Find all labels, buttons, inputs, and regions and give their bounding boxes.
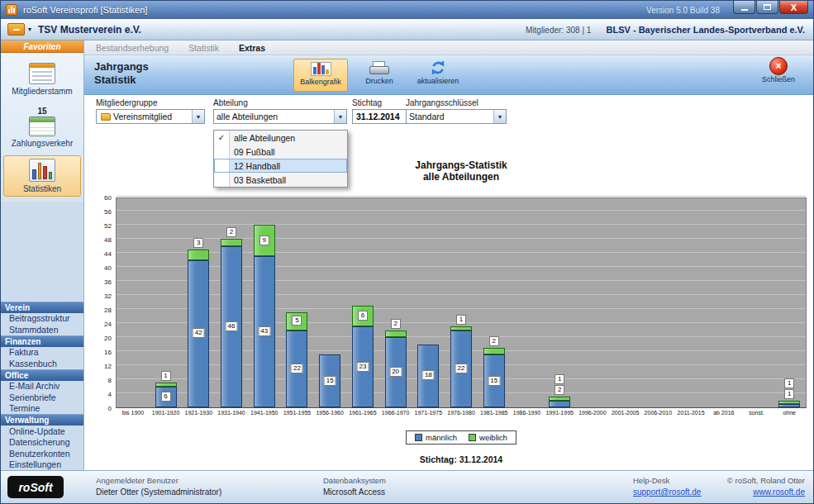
y-axis-label: 12 bbox=[104, 363, 112, 370]
y-axis-label: 4 bbox=[108, 391, 112, 398]
y-axis-label: 52 bbox=[104, 222, 112, 230]
stacked-bar bbox=[254, 225, 275, 407]
sidebar-item-statistiken[interactable]: Statistiken bbox=[3, 155, 81, 197]
stichtag-input[interactable]: 31.12.2014 bbox=[352, 109, 413, 124]
gridline bbox=[117, 224, 806, 225]
dropdown-option-label: 12 Handball bbox=[230, 161, 280, 171]
close-icon: × bbox=[769, 57, 788, 75]
website-link[interactable]: www.rosoft.de bbox=[727, 487, 805, 497]
drucken-button[interactable]: Drucken bbox=[357, 59, 402, 92]
refresh-icon bbox=[430, 59, 446, 76]
payments-icon bbox=[29, 116, 55, 136]
legend-weiblich-label: weiblich bbox=[479, 433, 507, 442]
sidebar-item-benutzerkonten[interactable]: Benutzerkonten bbox=[1, 448, 83, 459]
sidebar-item-einstellungen[interactable]: Einstellungen bbox=[1, 459, 83, 471]
statistics-icon bbox=[29, 159, 55, 182]
user-label: Angemeldeter Benutzer bbox=[96, 476, 221, 485]
bar-group-1956-1960: 151956-1960 bbox=[313, 198, 346, 407]
sidebar-item-e-mail-archiv[interactable]: E-Mail Archiv bbox=[1, 381, 83, 392]
balkengrafik-button[interactable]: Balkengrafik bbox=[293, 59, 348, 92]
sidebar-item-label: Statistiken bbox=[23, 184, 61, 193]
mitgliedergruppe-select[interactable]: Vereinsmitglied ▼ bbox=[96, 109, 205, 124]
mitgliedergruppe-value: Vereinsmitglied bbox=[113, 112, 172, 121]
bar-group-sonst: sonst. bbox=[740, 198, 774, 407]
dropdown-option-alle-abteilungen[interactable]: ✓alle Abteilungen bbox=[214, 131, 347, 145]
maximize-button[interactable] bbox=[756, 1, 778, 14]
statusbar-copyright: © roSoft, Roland Otter www.rosoft.de bbox=[727, 476, 805, 497]
bar-group-1931-1940: 4621931-1940 bbox=[215, 198, 248, 407]
bar-group-1971-1975: 181971-1975 bbox=[412, 198, 445, 407]
weiblich-color-swatch bbox=[469, 434, 476, 441]
bar-group-1941-1950: 4391941-1950 bbox=[248, 198, 281, 407]
y-axis-label: 44 bbox=[104, 250, 112, 258]
bar-value-label: 1 bbox=[161, 371, 171, 381]
y-axis-label: 56 bbox=[104, 208, 112, 216]
sidebar-item-faktura[interactable]: Faktura bbox=[1, 347, 83, 359]
page-title: Jahrgangs Statistik bbox=[94, 60, 149, 87]
bar-value-label: 5 bbox=[292, 316, 302, 326]
statusbar-database: Datenbanksystem Microsoft Access bbox=[323, 476, 386, 497]
y-axis-label: 8 bbox=[108, 377, 112, 384]
dropdown-option-09-fu-ball[interactable]: 09 Fußball bbox=[214, 145, 347, 159]
filter-mitgliedergruppe: Mitgliedergruppe Vereinsmitglied ▼ bbox=[96, 98, 205, 124]
chevron-down-icon: ▼ bbox=[192, 110, 204, 123]
dropdown-option-label: 09 Fußball bbox=[230, 147, 275, 157]
bar-group-2006-2010: 2006-2010 bbox=[642, 198, 675, 407]
dropdown-option-03-basketball[interactable]: 03 Basketball bbox=[214, 173, 347, 187]
members-label: Mitglieder: bbox=[526, 26, 564, 35]
sidebar-item-datensicherung[interactable]: Datensicherung bbox=[1, 437, 83, 449]
y-axis-label: 28 bbox=[104, 307, 112, 314]
bar-group-2001-2005: 2001-2005 bbox=[609, 198, 642, 407]
filter-jahrgangsschluessel: Jahrgangsschlüssel Standard ▼ bbox=[406, 98, 507, 124]
sidebar-item-serienbriefe[interactable]: Serienbriefe bbox=[1, 392, 83, 403]
bar-group-1986-1990: 1986-1990 bbox=[511, 198, 544, 407]
abteilung-select[interactable]: alle Abteilungen ▼ bbox=[213, 109, 347, 124]
chart-footer: Stichtag: 31.12.2014 bbox=[116, 454, 807, 464]
bar-value-label: 2 bbox=[226, 227, 236, 237]
legend-maennlich: männlich bbox=[415, 433, 457, 442]
app-window: roSoft Vereinsprofi [Statistiken] Versio… bbox=[0, 0, 814, 504]
dropdown-option-12-handball[interactable]: 12 Handball bbox=[214, 159, 347, 173]
bar-group-1976-1980: 2211976-1980 bbox=[445, 198, 478, 407]
folder-icon bbox=[101, 113, 111, 121]
sidebar-item-zahlungsverkehr[interactable]: 15 Zahlungsverkehr bbox=[3, 103, 81, 151]
menu-extras[interactable]: Extras bbox=[239, 43, 265, 53]
sidebar-item-termine[interactable]: Termine bbox=[1, 403, 83, 415]
bar-value-label: 46 bbox=[226, 321, 238, 331]
bar-group-1951-1955: 2251951-1955 bbox=[281, 198, 314, 407]
sidebar-section-verwaltung: Verwaltung bbox=[1, 414, 83, 426]
menu-statistik[interactable]: Statistik bbox=[188, 43, 219, 53]
sidebar-item-kassenbuch[interactable]: Kassenbuch bbox=[1, 358, 83, 369]
aktualisieren-button[interactable]: aktualisieren bbox=[408, 59, 468, 92]
bar-value-label: 43 bbox=[258, 326, 270, 336]
abteilung-label: Abteilung bbox=[213, 98, 347, 107]
stacked-bar bbox=[352, 306, 374, 407]
bar-group-1991-1995: 211991-1995 bbox=[543, 198, 576, 407]
y-axis-label: 48 bbox=[104, 236, 112, 244]
chart: Jahrgangs-Statistik alle Abteilungen 048… bbox=[94, 159, 807, 464]
jahrgangsschluessel-select[interactable]: Standard ▼ bbox=[406, 109, 507, 124]
sidebar-item-mitgliederstamm[interactable]: Mitgliederstamm bbox=[3, 59, 81, 99]
close-window-button[interactable]: X bbox=[779, 1, 808, 14]
menubar: BestandserhebungStatistikExtras bbox=[84, 40, 813, 55]
schliessen-button[interactable]: × Schließen bbox=[755, 57, 802, 93]
menu-bestandserhebung[interactable]: Bestandserhebung bbox=[96, 43, 169, 53]
club-drawer-icon[interactable] bbox=[7, 23, 25, 36]
checkmark-icon bbox=[214, 145, 230, 159]
payments-count-badge: 15 bbox=[37, 107, 46, 116]
bar-value-label: 42 bbox=[193, 328, 205, 338]
bar-value-label: 1 bbox=[784, 389, 794, 399]
sidebar-item-online-update[interactable]: Online-Update bbox=[1, 426, 83, 437]
minimize-button[interactable] bbox=[733, 1, 755, 14]
sidebar-item-stammdaten[interactable]: Stammdaten bbox=[1, 324, 83, 335]
sidebar-item-beitragsstruktur[interactable]: Beitragsstruktur bbox=[1, 313, 83, 325]
helpdesk-email-link[interactable]: support@rosoft.de bbox=[633, 487, 701, 497]
members-icon bbox=[29, 63, 55, 84]
bar-value-label: 9 bbox=[259, 235, 269, 245]
bar-group-1901-1920: 611901-1920 bbox=[150, 198, 183, 407]
chart-legend: männlich weiblich bbox=[116, 430, 807, 445]
chevron-down-icon[interactable]: ▾ bbox=[28, 26, 31, 33]
gridline bbox=[117, 210, 806, 211]
bar-value-label: 23 bbox=[356, 362, 369, 372]
favorites-header: Favoriten bbox=[1, 40, 83, 53]
